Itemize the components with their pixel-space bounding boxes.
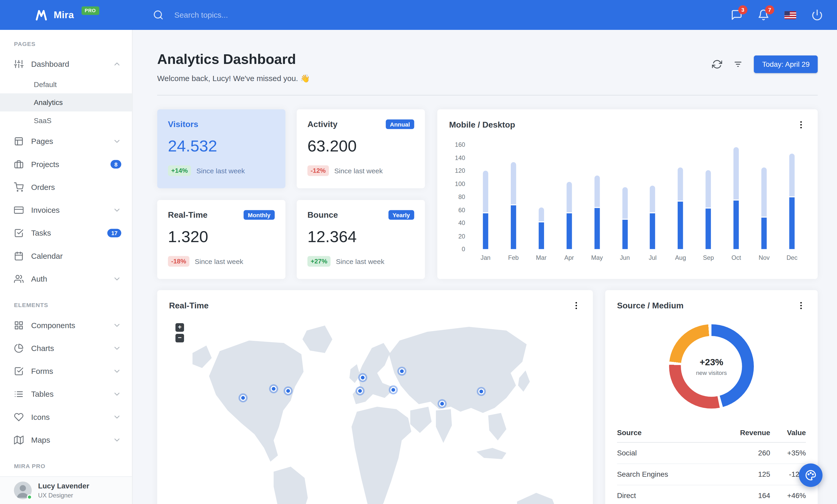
user-name: Lucy Lavender — [38, 482, 89, 491]
stat-caption: Since last week — [197, 167, 245, 175]
list-icon — [14, 389, 24, 399]
column-header-value: Value — [770, 424, 806, 443]
visitors-card[interactable]: Visitors 24.532 +14% Since last week — [157, 109, 285, 188]
source-medium-card: Source / Medium +23% new visitors — [605, 290, 818, 504]
theme-settings-fab[interactable] — [799, 464, 822, 487]
sidebar-item-label: Auth — [31, 274, 47, 283]
filter-button[interactable] — [733, 59, 743, 69]
avatar — [14, 482, 32, 499]
x-tick-label: Jun — [611, 254, 639, 261]
us-flag-icon[interactable] — [784, 11, 796, 19]
navbar-search — [153, 10, 345, 20]
check-square-icon — [14, 228, 24, 238]
zoom-out-button[interactable]: − — [176, 334, 184, 342]
bar-chart-bars — [471, 145, 806, 249]
online-status-dot — [27, 494, 32, 500]
sidebar-item-calendar[interactable]: Calendar — [0, 244, 132, 267]
messages-button[interactable]: 3 — [731, 9, 742, 21]
navbar-actions: 3 7 — [731, 9, 823, 21]
donut-center-label: new visitors — [696, 369, 727, 376]
x-tick-label: Nov — [750, 254, 778, 261]
sidebar-item-maps[interactable]: Maps — [0, 428, 132, 451]
user-profile[interactable]: Lucy Lavender UX Designer — [0, 476, 132, 504]
stat-value: 63.200 — [307, 137, 414, 155]
stat-delta-badge: -18% — [168, 256, 190, 266]
sidebar-subitem-label: Analytics — [34, 98, 63, 107]
refresh-button[interactable] — [712, 59, 723, 69]
x-tick-label: Jul — [639, 254, 666, 261]
y-tick-label: 40 — [458, 220, 465, 226]
pro-badge: PRO — [82, 6, 99, 15]
palette-icon — [805, 469, 817, 481]
sidebar-item-forms[interactable]: Forms — [0, 359, 132, 382]
stat-title: Activity — [307, 119, 338, 129]
y-tick-label: 60 — [458, 207, 465, 213]
bar-column — [528, 145, 555, 249]
activity-card[interactable]: Activity Annual 63.200 -12% Since last w… — [297, 109, 425, 188]
table-row: Social 260 +35% — [617, 443, 806, 464]
period-pill: Annual — [386, 119, 414, 129]
value-cell: +35% — [770, 443, 806, 464]
briefcase-icon — [14, 159, 24, 169]
chevron-down-icon — [112, 321, 121, 330]
sign-out-button[interactable] — [811, 9, 823, 21]
bar-column — [723, 145, 750, 249]
map-icon — [14, 435, 24, 445]
sidebar-item-orders[interactable]: Orders — [0, 175, 132, 198]
sidebar-item-invoices[interactable]: Invoices — [0, 199, 132, 221]
stat-title: Visitors — [168, 119, 198, 129]
realtime-card[interactable]: Real-Time Monthly 1.320 -18% Since last … — [157, 200, 285, 279]
sidebar-item-saas[interactable]: SaaS — [0, 111, 132, 130]
sidebar-item-tables[interactable]: Tables — [0, 382, 132, 405]
kebab-menu-icon[interactable] — [796, 120, 806, 130]
sidebar-item-label: Projects — [31, 160, 59, 168]
sidebar-item-pages[interactable]: Pages — [0, 130, 132, 152]
zoom-in-button[interactable]: + — [176, 323, 184, 332]
period-pill: Monthly — [244, 210, 275, 220]
sidebar-item-default[interactable]: Default — [0, 75, 132, 93]
sidebar-item-tasks[interactable]: Tasks 17 — [0, 221, 132, 244]
tasks-count-badge: 17 — [107, 229, 121, 237]
stat-delta-badge: +27% — [307, 256, 331, 266]
bar-column — [695, 145, 723, 249]
sidebar-item-charts[interactable]: Charts — [0, 336, 132, 359]
sidebar-item-dashboard[interactable]: Dashboard — [0, 52, 132, 75]
search-input[interactable] — [173, 10, 345, 20]
value-cell: +46% — [770, 485, 806, 504]
kebab-menu-icon[interactable] — [796, 301, 806, 311]
column-header-revenue: Revenue — [713, 424, 770, 443]
chevron-down-icon — [112, 413, 121, 421]
sidebar-item-auth[interactable]: Auth — [0, 267, 132, 290]
bar-chart-xlabels: JanFebMarAprMayJunJulAugSepOctNovDec — [471, 254, 806, 261]
sliders-icon — [14, 59, 24, 69]
bar-column — [611, 145, 639, 249]
world-map: + − — [169, 317, 581, 504]
table-row: Direct 164 +46% — [617, 485, 806, 504]
brand[interactable]: Mira PRO — [34, 8, 99, 22]
map-marker — [357, 388, 363, 394]
bounce-card[interactable]: Bounce Yearly 12.364 +27% Since last wee… — [297, 200, 425, 279]
map-marker — [285, 388, 291, 394]
chart-title: Mobile / Desktop — [449, 120, 515, 130]
x-tick-label: Aug — [667, 254, 695, 261]
map-marker — [399, 368, 405, 374]
sidebar-item-icons[interactable]: Icons — [0, 405, 132, 428]
x-tick-label: Apr — [555, 254, 583, 261]
chevron-down-icon — [112, 137, 121, 146]
stat-value: 12.364 — [307, 228, 414, 246]
map-marker — [360, 375, 366, 380]
sidebar-item-label: Icons — [31, 413, 50, 421]
stat-cards: Visitors 24.532 +14% Since last week Act… — [157, 109, 425, 279]
date-range-button[interactable]: Today: April 29 — [754, 56, 818, 73]
sidebar-item-analytics[interactable]: Analytics — [0, 93, 132, 111]
notifications-button[interactable]: 7 — [758, 9, 769, 21]
source-cell: Direct — [617, 485, 714, 504]
map-marker — [439, 401, 445, 407]
kebab-menu-icon[interactable] — [571, 301, 581, 311]
world-map-graphic — [169, 317, 581, 504]
sidebar-subitem-label: Default — [34, 80, 57, 88]
sidebar-item-label: Invoices — [31, 205, 60, 214]
source-cell: Search Engines — [617, 464, 714, 485]
sidebar-item-components[interactable]: Components — [0, 314, 132, 336]
sidebar-item-projects[interactable]: Projects 8 — [0, 152, 132, 175]
